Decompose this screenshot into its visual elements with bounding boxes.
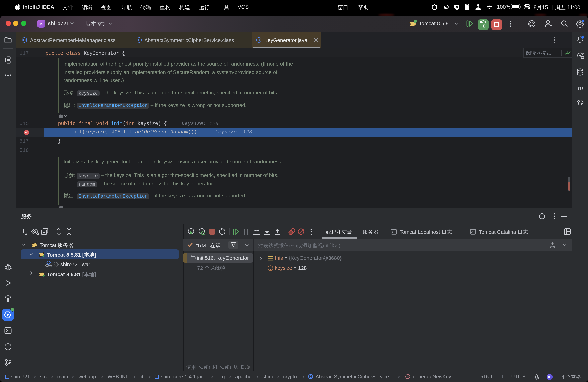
- svg-text:C: C: [23, 38, 26, 42]
- svg-text:C: C: [258, 38, 260, 42]
- svg-text:C: C: [138, 38, 140, 42]
- svg-text:m: m: [406, 375, 409, 378]
- svg-text:p: p: [269, 266, 272, 270]
- svg-text:C: C: [309, 375, 312, 378]
